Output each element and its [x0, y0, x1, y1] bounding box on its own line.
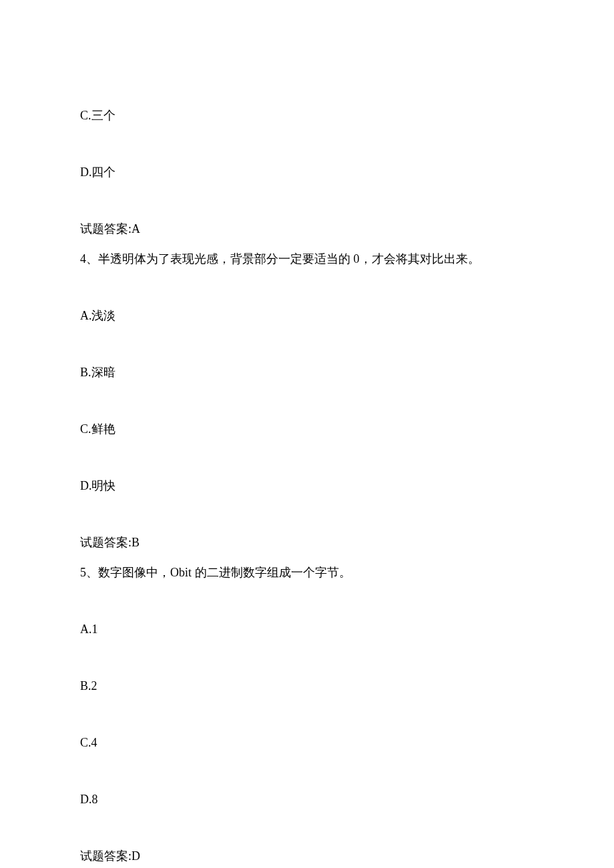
- q4-option-b: B.深暗: [80, 364, 534, 382]
- option-d: D.四个: [80, 163, 534, 181]
- q4-answer: 试题答案:B: [80, 534, 534, 552]
- q5-answer: 试题答案:D: [80, 847, 534, 865]
- document-page: C.三个 D.四个 试题答案:A 4、半透明体为了表现光感，背景部分一定要适当的…: [0, 0, 614, 868]
- q5-option-a: A.1: [80, 620, 534, 638]
- q4-option-a: A.浅淡: [80, 307, 534, 325]
- option-c: C.三个: [80, 107, 534, 125]
- q5-option-d: D.8: [80, 791, 534, 809]
- q5-option-c: C.4: [80, 734, 534, 752]
- q4-option-d: D.明快: [80, 477, 534, 495]
- answer-label: 试题答案:A: [80, 220, 534, 238]
- question-4: 4、半透明体为了表现光感，背景部分一定要适当的 0，才会将其对比出来。: [80, 250, 534, 268]
- q4-option-c: C.鲜艳: [80, 420, 534, 438]
- q5-option-b: B.2: [80, 677, 534, 695]
- question-5: 5、数字图像中，Obit 的二进制数字组成一个字节。: [80, 564, 534, 582]
